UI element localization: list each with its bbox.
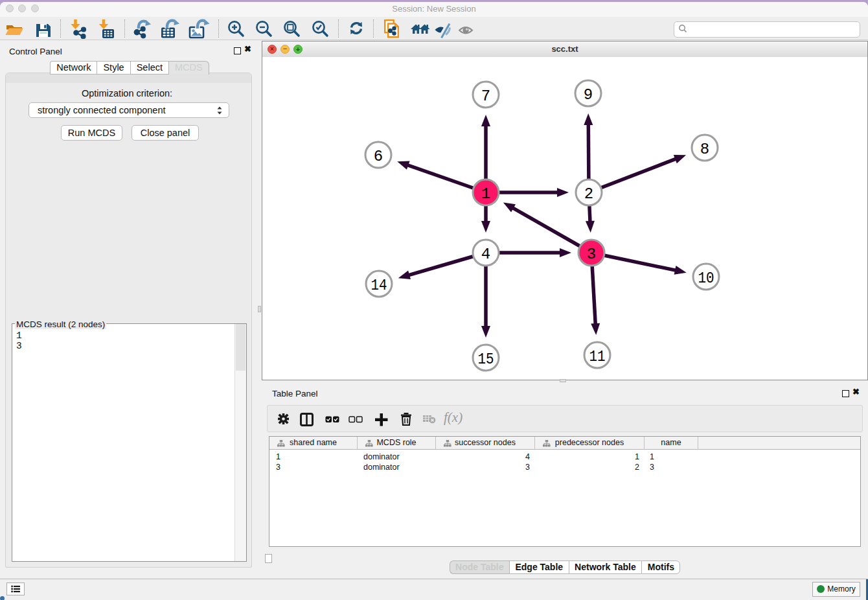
svg-text:4: 4 [481,246,490,263]
svg-text:15: 15 [478,351,494,368]
svg-text:11: 11 [589,348,606,365]
svg-text:3: 3 [587,246,596,263]
svg-text:6: 6 [374,148,383,165]
svg-text:14: 14 [371,277,387,294]
svg-text:1: 1 [481,185,490,203]
svg-text:10: 10 [698,270,714,287]
svg-text:2: 2 [584,185,593,203]
svg-text:8: 8 [700,141,709,158]
svg-text:7: 7 [481,87,490,105]
svg-text:9: 9 [584,86,593,104]
